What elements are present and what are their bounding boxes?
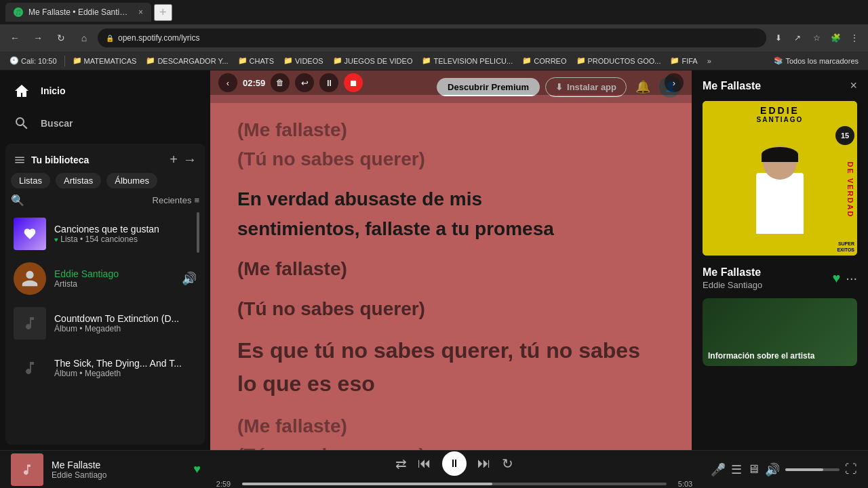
sort-button[interactable]: Recientes ≡: [153, 195, 199, 205]
progress-track[interactable]: [242, 483, 667, 485]
bookmark-separator-1: [64, 56, 65, 66]
app-area: Inicio Buscar Tu biblioteca +: [0, 70, 868, 488]
nav-bar: ← → ↻ ⌂ 🔒 open.spotify.com/lyrics ⬇ ↗ ☆ …: [0, 24, 868, 52]
song-actions: ♥ ···: [832, 270, 857, 286]
next-control-button[interactable]: ›: [665, 73, 684, 92]
address-bar[interactable]: 🔒 open.spotify.com/lyrics: [98, 28, 766, 47]
prev-button[interactable]: ⏮: [418, 455, 431, 471]
folder-icon-9: 📁: [670, 56, 679, 65]
bookmark-television[interactable]: 📁 TELEVISION PELICU...: [418, 55, 517, 66]
prev-control-button[interactable]: ‹: [218, 73, 237, 92]
undo-button[interactable]: ↩: [295, 73, 314, 92]
sidebar-item-home[interactable]: Inicio: [5, 76, 205, 106]
volume-track[interactable]: [785, 468, 840, 471]
pause-mini-button[interactable]: ⏸: [319, 73, 338, 92]
player-right: 🎤 ☰ 🖥 🔊 ⛶: [708, 462, 857, 477]
filter-tab-artists[interactable]: Artistas: [56, 173, 101, 188]
forward-button[interactable]: →: [28, 28, 47, 47]
library-search-button[interactable]: 🔍: [11, 194, 24, 207]
library-section: Tu biblioteca + → Listas Artistas Álbume…: [5, 144, 205, 445]
lyric-line-7: Es que tú no sabes querer, tú no sabes: [237, 336, 665, 366]
bookmark-productos[interactable]: 📁 PRODUCTOS GOO...: [572, 55, 665, 66]
lyrics-container[interactable]: (Me fallaste) (Tú no sabes querer) En ve…: [210, 103, 692, 450]
lyric-line-9: (Me fallaste): [237, 413, 665, 439]
refresh-button[interactable]: ↻: [52, 28, 71, 47]
folder-icon-7: 📁: [522, 56, 532, 65]
now-playing: Me Fallaste Eddie Santiago ♥: [11, 453, 201, 486]
main-content: ‹ 02:59 🗑 ↩ ⏸ ⏹ › Descubrir Premium ⬇: [210, 70, 692, 450]
filter-tab-lists[interactable]: Listas: [11, 173, 50, 188]
devices-button[interactable]: 🖥: [747, 462, 760, 476]
queue-button[interactable]: ☰: [731, 462, 742, 477]
menu-icon[interactable]: ⋮: [846, 30, 863, 46]
shuffle-button[interactable]: ⇄: [395, 455, 407, 472]
album-subtitle-art: DE VERDAD: [846, 161, 854, 218]
bookmark-videos[interactable]: 📁 VIDEOS: [279, 55, 328, 66]
bookmark-matematicas[interactable]: 📁 MATEMATICAS: [68, 55, 141, 66]
sidebar-item-search[interactable]: Buscar: [5, 108, 205, 138]
list-item[interactable]: Countdown To Extinction (D... Álbum • Me…: [11, 302, 199, 345]
stop-button[interactable]: ⏹: [344, 73, 363, 92]
lyric-line-8: lo que es eso: [237, 369, 665, 399]
expand-library-button[interactable]: →: [183, 152, 197, 167]
extensions-icon[interactable]: 🧩: [827, 30, 844, 46]
repeat-button[interactable]: ↻: [502, 455, 513, 472]
bookmarks-all-icon: 📚: [774, 56, 783, 65]
fullscreen-button[interactable]: ⛶: [845, 462, 857, 476]
delete-button[interactable]: 🗑: [271, 73, 290, 92]
filter-tab-albums[interactable]: Álbumes: [106, 173, 157, 188]
download-icon[interactable]: ⬇: [770, 30, 787, 46]
lyric-spacer-3: [237, 285, 665, 296]
add-library-button[interactable]: +: [170, 152, 178, 167]
bookmarks-bar: 🕙 Cali: 10:50 📁 MATEMATICAS 📁 DESCARGADO…: [0, 52, 868, 70]
artist-info-card[interactable]: Información sobre el artista: [703, 298, 857, 366]
share-icon[interactable]: ↗: [789, 30, 806, 46]
artist-lastname-art: SANTIAGO: [709, 116, 850, 123]
search-sort-bar: 🔍 Recientes ≡: [11, 194, 199, 207]
bookmark-cali[interactable]: 🕙 Cali: 10:50: [5, 55, 61, 66]
song-title-panel: Me Fallaste: [703, 266, 762, 279]
sidebar-scrollbar[interactable]: [197, 212, 199, 253]
bookmark-correo[interactable]: 📁 CORREO: [518, 55, 570, 66]
folder-icon-8: 📁: [576, 56, 586, 65]
close-tab-button[interactable]: ×: [138, 7, 143, 17]
artist-name-art: EDDIE: [709, 105, 850, 116]
artist-info-label: Información sobre el artista: [708, 351, 814, 361]
list-item[interactable]: Canciones que te gustan ♥ Lista • 154 ca…: [11, 212, 199, 256]
next-button[interactable]: ⏭: [477, 455, 491, 471]
address-text: open.spotify.com/lyrics: [118, 33, 200, 43]
lyric-spacer-4: [237, 325, 665, 336]
lyric-line-4: sentimientos, fallaste a tu promesa: [237, 216, 665, 242]
address-lock-icon: 🔒: [106, 35, 114, 42]
bookmark-icon[interactable]: ☆: [808, 30, 825, 46]
liked-songs-info: Canciones que te gustan ♥ Lista • 154 ca…: [54, 224, 197, 244]
bookmark-descargador[interactable]: 📁 DESCARGADOR Y...: [142, 55, 232, 66]
bookmark-more[interactable]: »: [703, 56, 715, 66]
close-panel-button[interactable]: ×: [850, 79, 857, 93]
bookmark-all[interactable]: 📚 Todos los marcadores: [770, 55, 863, 66]
home-button[interactable]: ⌂: [75, 28, 94, 47]
volume-button[interactable]: 🔊: [765, 462, 780, 477]
back-button[interactable]: ←: [5, 28, 24, 47]
list-item[interactable]: The Sick, The Dying... And T... Álbum • …: [11, 346, 199, 390]
browser-chrome: 🎵 Me Fallaste • Eddie Santiago × + ← → ↻…: [0, 0, 868, 70]
bookmark-juegos[interactable]: 📁 JUEGOS DE VIDEO: [329, 55, 417, 66]
play-pause-button[interactable]: ⏸: [442, 451, 467, 476]
nav-icons: ⬇ ↗ ☆ 🧩 ⋮: [770, 30, 863, 46]
lyric-line-6: (Tú no sabes querer): [237, 296, 665, 322]
heart-button[interactable]: ♥: [832, 270, 840, 286]
bookmark-clock-icon: 🕙: [9, 56, 19, 65]
list-item[interactable]: Eddie Santiago Artista 🔊: [11, 257, 199, 300]
active-tab[interactable]: 🎵 Me Fallaste • Eddie Santiago ×: [5, 3, 151, 22]
new-tab-button[interactable]: +: [154, 4, 172, 21]
now-playing-heart-button[interactable]: ♥: [193, 462, 201, 476]
bookmark-chats[interactable]: 📁 CHATS: [234, 55, 278, 66]
lyrics-button[interactable]: 🎤: [711, 462, 726, 477]
bookmark-chats-label: CHATS: [250, 57, 274, 65]
lyric-spacer-5: [237, 402, 665, 413]
bookmark-fifa[interactable]: 📁 FIFA: [666, 55, 701, 66]
more-options-button[interactable]: ···: [846, 270, 857, 286]
lyric-line-3: En verdad abusaste de mis: [237, 186, 665, 212]
now-playing-info: Me Fallaste Eddie Santiago: [52, 460, 185, 480]
tab-bar: 🎵 Me Fallaste • Eddie Santiago × +: [0, 0, 868, 24]
